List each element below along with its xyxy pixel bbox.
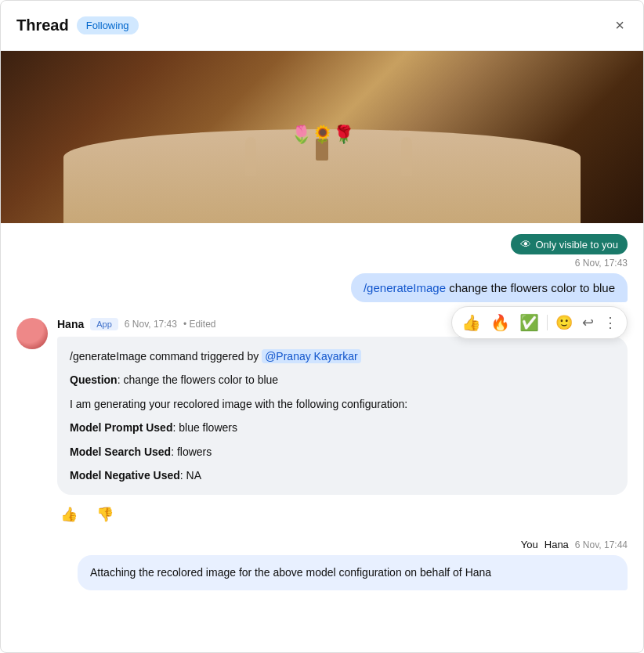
model-prompt-value: : blue flowers (172, 421, 237, 434)
eye-icon: 👁 (520, 238, 531, 251)
bottom-bot-label: Hana (545, 539, 569, 550)
bot-mention: @Pranay Kayarkar (262, 349, 360, 363)
model-negative-label: Model Negative Used (70, 469, 180, 482)
app-badge: App (90, 318, 118, 330)
bot-time: 6 Nov, 17:43 (125, 319, 177, 330)
avatar (16, 318, 48, 349)
thumbs-down-button[interactable]: 👎 (93, 503, 117, 526)
reply-button[interactable]: ↩ (581, 312, 595, 333)
bot-content: Hana App 6 Nov, 17:43 • Edited /generate… (57, 318, 628, 495)
visibility-time: 6 Nov, 17:43 (16, 258, 628, 269)
visibility-label: Only visible to you (536, 239, 619, 251)
bottom-user-label: You (521, 539, 538, 550)
thumbs-up-reaction[interactable]: 👍 (460, 312, 483, 334)
avatar-image (16, 318, 48, 349)
bottom-section: You Hana 6 Nov, 17:44 Attaching the reco… (16, 539, 628, 590)
model-search-value: : flowers (171, 446, 212, 458)
bot-model-search: Model Search Used: flowers (70, 443, 615, 460)
divider (547, 315, 548, 330)
following-badge[interactable]: Following (77, 16, 139, 34)
bot-model-prompt: Model Prompt Used: blue flowers (70, 419, 615, 436)
thumbs-row: 👍 👎 (57, 503, 628, 526)
flower-vase (306, 114, 338, 161)
more-options-button[interactable]: ⋮ (602, 312, 619, 333)
visibility-section: 👁 Only visible to you (16, 234, 628, 254)
close-button[interactable]: × (612, 13, 628, 38)
wine-glass-right (401, 137, 412, 176)
model-prompt-label: Model Prompt Used (70, 421, 172, 434)
header-left: Thread Following (16, 16, 139, 34)
bottom-time: 6 Nov, 17:44 (575, 539, 628, 550)
user-message-text: change the flowers color to blue (446, 281, 615, 294)
bot-command-line: /generateImage command triggered by @Pra… (70, 348, 615, 365)
bot-edited: • Edited (183, 319, 216, 330)
user-message-row: /generateImage change the flowers color … (16, 273, 628, 302)
fire-reaction[interactable]: 🔥 (489, 312, 512, 334)
restaurant-image (1, 51, 643, 223)
model-negative-value: : NA (180, 469, 201, 482)
bottom-bubble: Attaching the recolored image for the ab… (78, 555, 628, 590)
wine-glass-left (245, 137, 256, 176)
restaurant-image-container (1, 51, 643, 223)
page-title: Thread (16, 16, 69, 34)
bot-message-row: Hana App 6 Nov, 17:43 • Edited /generate… (16, 318, 628, 495)
reaction-popup: 👍 🔥 ✅ 🙂 ↩ ⋮ (451, 306, 628, 339)
thread-header: Thread Following × (1, 1, 643, 51)
generate-command: /generateImage (364, 281, 446, 294)
bot-generating-text: I am generating your recolored image wit… (70, 395, 615, 413)
user-bubble: /generateImage change the flowers color … (351, 273, 628, 302)
thumbs-up-button[interactable]: 👍 (57, 503, 81, 526)
bottom-meta: You Hana 6 Nov, 17:44 (16, 539, 628, 550)
question-text: : change the flowers color to blue (118, 373, 278, 386)
bottom-text: Attaching the recolored image for the ab… (90, 566, 491, 579)
check-reaction[interactable]: ✅ (518, 312, 541, 334)
bot-question: Question: change the flowers color to bl… (70, 371, 615, 388)
question-label: Question (70, 373, 118, 386)
bot-model-negative: Model Negative Used: NA (70, 467, 615, 484)
emoji-picker-button[interactable]: 🙂 (554, 312, 574, 333)
bot-name: Hana (57, 318, 84, 330)
thread-content: 👁 Only visible to you 6 Nov, 17:43 /gene… (1, 223, 643, 653)
model-search-label: Model Search Used (70, 446, 171, 458)
bot-command-text: /generateImage command triggered by (70, 350, 259, 363)
bot-bubble: /generateImage command triggered by @Pra… (57, 337, 628, 495)
visibility-pill: 👁 Only visible to you (511, 234, 628, 254)
